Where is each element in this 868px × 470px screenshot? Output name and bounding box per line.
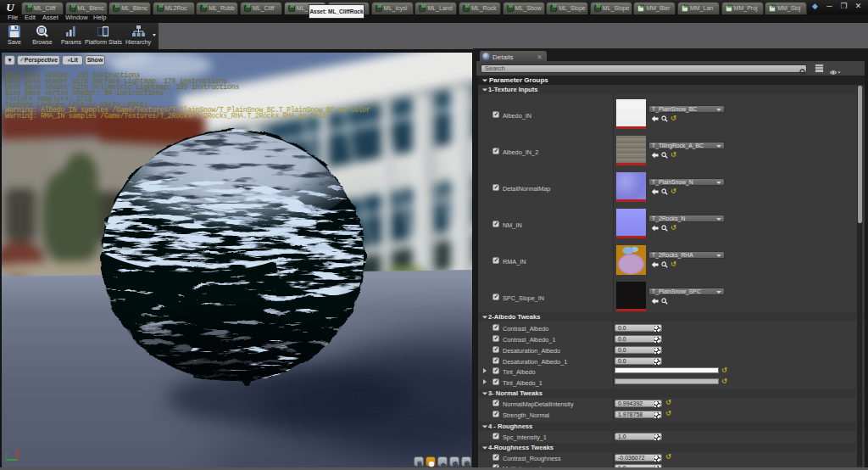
svg-text:Y: Y [5, 452, 8, 457]
